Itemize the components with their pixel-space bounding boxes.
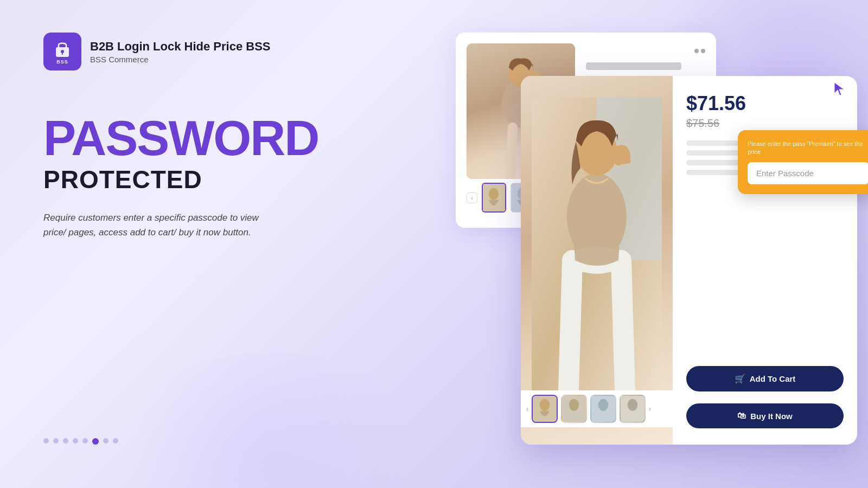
front-image-area: ‹ › [521, 76, 673, 445]
app-company: BSS Commerce [90, 55, 271, 64]
main-product-image [521, 76, 673, 390]
right-section: ‹ Please enter the pass [445, 22, 868, 488]
front-thumb-4[interactable] [620, 395, 646, 423]
dot-4[interactable] [73, 438, 78, 444]
left-section: BSS B2B Login Lock Hide Price BSS BSS Co… [43, 33, 358, 240]
heading-line1: PASSWORD [43, 114, 358, 163]
front-thumb-2[interactable] [561, 395, 587, 423]
dot-5[interactable] [82, 438, 88, 444]
description-text: Require customers enter a specific passc… [43, 210, 271, 240]
dot-6-active[interactable] [92, 438, 99, 445]
app-title: B2B Login Lock Hide Price BSS [90, 40, 271, 54]
passcode-input-display[interactable]: Enter Passcode [748, 162, 868, 184]
svg-point-17 [569, 399, 579, 411]
dot-1[interactable] [43, 438, 49, 444]
dot-3[interactable] [63, 438, 68, 444]
dot-7[interactable] [103, 438, 108, 444]
buy-it-now-label: Buy It Now [750, 412, 793, 421]
front-thumb-3[interactable] [590, 395, 616, 423]
add-to-cart-button[interactable]: 🛒 Add To Cart [686, 366, 844, 391]
thumb-prev-back[interactable]: ‹ [467, 192, 477, 203]
thumb-next-front[interactable]: › [649, 405, 651, 413]
heading-line2: PROTECTED [43, 165, 358, 194]
bss-label: BSS [56, 59, 68, 65]
svg-point-19 [598, 399, 608, 411]
app-logo: BSS [43, 33, 81, 70]
add-to-cart-label: Add To Cart [750, 374, 796, 383]
password-popup: Please enter the pass "Premium" to see t… [738, 130, 868, 194]
logo-area: BSS B2B Login Lock Hide Price BSS BSS Co… [43, 33, 358, 70]
thumb-prev-front[interactable]: ‹ [526, 405, 528, 413]
main-heading: PASSWORD PROTECTED [43, 114, 358, 194]
bag-icon: 🛍 [737, 411, 746, 421]
svg-point-15 [540, 399, 550, 411]
popup-hint: Please enter the pass "Premium" to see t… [748, 140, 868, 157]
price-current: $71.56 [686, 92, 844, 115]
front-thumb-1[interactable] [532, 395, 558, 423]
logo-text: B2B Login Lock Hide Price BSS BSS Commer… [90, 40, 271, 64]
svg-point-21 [628, 399, 637, 411]
front-thumb-row: ‹ › [521, 390, 673, 427]
buy-it-now-button[interactable]: 🛍 Buy It Now [686, 403, 844, 428]
svg-point-6 [489, 188, 499, 200]
thumb-1-back[interactable] [482, 183, 506, 213]
cursor-icon [833, 81, 846, 99]
cart-icon: 🛒 [735, 374, 745, 384]
dot-2[interactable] [53, 438, 59, 444]
price-original: $75.56 [686, 117, 844, 130]
dot-8[interactable] [113, 438, 118, 444]
pagination-dots [43, 438, 118, 445]
